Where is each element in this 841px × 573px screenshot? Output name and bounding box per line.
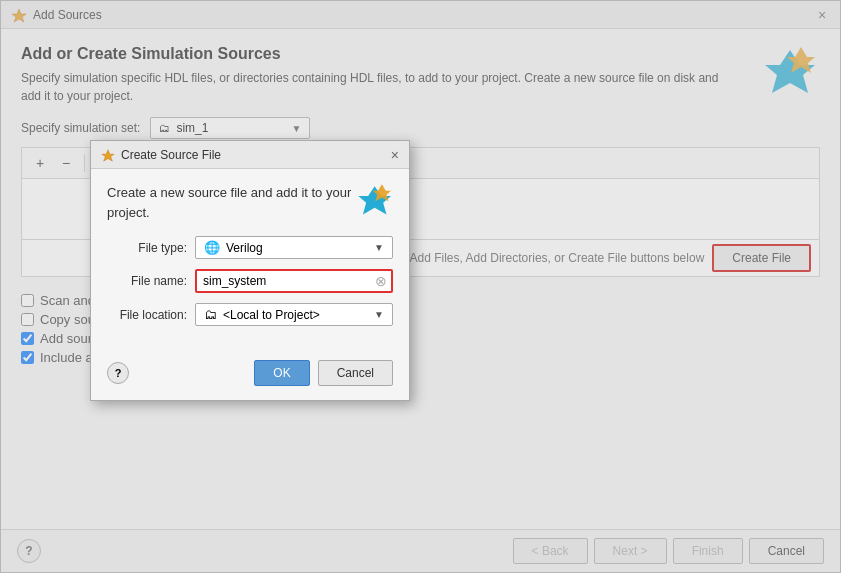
- modal-title-left: Create Source File: [101, 148, 221, 162]
- modal-description-row: Create a new source file and add it to y…: [107, 183, 393, 222]
- modal-cancel-button[interactable]: Cancel: [318, 360, 393, 386]
- modal-footer: ? OK Cancel: [91, 350, 409, 400]
- file-location-icon: 🗂: [204, 307, 217, 322]
- modal-title-bar: Create Source File ×: [91, 141, 409, 169]
- file-location-control: 🗂 <Local to Project> ▼: [195, 303, 393, 326]
- file-location-value: <Local to Project>: [223, 308, 368, 322]
- file-type-value: Verilog: [226, 241, 368, 255]
- file-name-control: ⊗: [195, 269, 393, 293]
- file-name-clear-icon[interactable]: ⊗: [371, 273, 391, 289]
- file-type-dropdown[interactable]: 🌐 Verilog ▼: [195, 236, 393, 259]
- file-name-label: File name:: [107, 274, 187, 288]
- file-name-input[interactable]: [197, 271, 371, 291]
- file-name-row: File name: ⊗: [107, 269, 393, 293]
- file-name-input-wrapper: ⊗: [195, 269, 393, 293]
- modal-logo: [357, 183, 393, 219]
- modal-close-button[interactable]: ×: [391, 147, 399, 163]
- create-source-modal: Create Source File × Create a new source…: [90, 140, 410, 401]
- modal-help-button[interactable]: ?: [107, 362, 129, 384]
- modal-ok-button[interactable]: OK: [254, 360, 309, 386]
- modal-body: Create a new source file and add it to y…: [91, 169, 409, 350]
- file-location-arrow-icon: ▼: [374, 309, 384, 320]
- svg-marker-3: [102, 149, 114, 160]
- file-type-label: File type:: [107, 241, 187, 255]
- file-location-dropdown[interactable]: 🗂 <Local to Project> ▼: [195, 303, 393, 326]
- file-location-row: File location: 🗂 <Local to Project> ▼: [107, 303, 393, 326]
- file-type-icon: 🌐: [204, 240, 220, 255]
- modal-title: Create Source File: [121, 148, 221, 162]
- svg-marker-4: [358, 186, 391, 214]
- modal-description: Create a new source file and add it to y…: [107, 183, 357, 222]
- file-type-control: 🌐 Verilog ▼: [195, 236, 393, 259]
- file-type-row: File type: 🌐 Verilog ▼: [107, 236, 393, 259]
- file-location-label: File location:: [107, 308, 187, 322]
- modal-vivado-icon: [101, 148, 115, 162]
- file-type-arrow-icon: ▼: [374, 242, 384, 253]
